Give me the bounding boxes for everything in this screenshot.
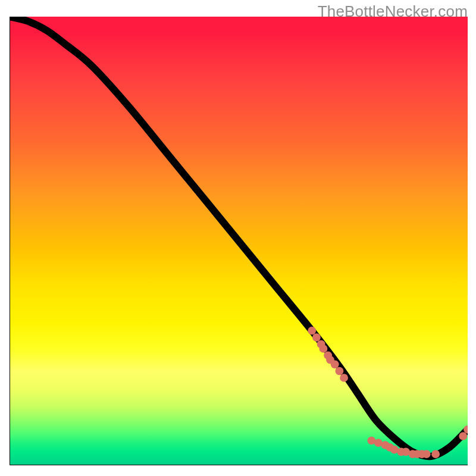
bottleneck-curve xyxy=(10,17,468,456)
scatter-point xyxy=(459,432,467,440)
scatter-point xyxy=(320,345,328,353)
scatter-point xyxy=(312,333,321,342)
scatter-point xyxy=(335,367,343,375)
scatter-point xyxy=(326,356,334,364)
scatter-point xyxy=(431,450,440,458)
scatter-point xyxy=(340,374,348,382)
scatter-point xyxy=(422,450,431,458)
scatter-point xyxy=(308,327,316,335)
chart-svg xyxy=(10,17,468,465)
watermark-text: TheBottleNecker.com xyxy=(318,2,468,21)
chart-plot-area xyxy=(10,17,468,465)
scatter-markers xyxy=(308,327,468,458)
